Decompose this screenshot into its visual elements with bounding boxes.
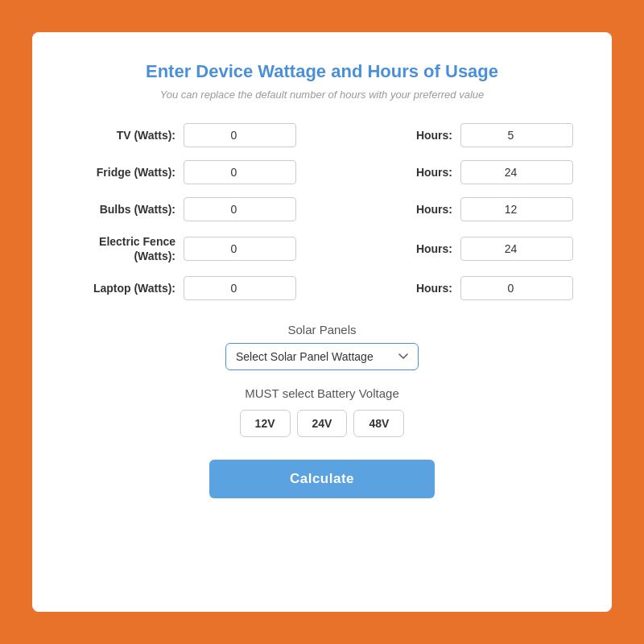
laptop-label: Laptop (Watts): [71, 282, 175, 295]
laptop-row: Laptop (Watts): Hours: [71, 276, 573, 300]
fridge-label: Fridge (Watts): [71, 166, 175, 179]
solar-panel-label: Solar Panels [287, 323, 356, 336]
bulbs-label: Bulbs (Watts): [71, 203, 175, 216]
device-form: TV (Watts): Hours: Fridge (Watts): Hours… [71, 123, 573, 300]
bulbs-left-group: Bulbs (Watts): [71, 197, 322, 221]
solar-panel-select[interactable]: Select Solar Panel Wattage 100W 200W 300… [225, 343, 419, 370]
tv-watt-input[interactable] [184, 123, 296, 147]
laptop-watt-input[interactable] [184, 276, 296, 300]
battery-section: MUST select Battery Voltage 12V 24V 48V [71, 386, 573, 437]
fridge-hours-input[interactable] [460, 160, 573, 184]
bulbs-hours-input[interactable] [460, 197, 573, 221]
tv-left-group: TV (Watts): [71, 123, 322, 147]
calculate-button[interactable]: Calculate [209, 460, 435, 498]
fridge-right-group: Hours: [322, 160, 573, 184]
laptop-left-group: Laptop (Watts): [71, 276, 322, 300]
electric-fence-label: Electric Fence(Watts): [71, 234, 175, 263]
tv-hours-label: Hours: [412, 129, 452, 142]
fridge-left-group: Fridge (Watts): [71, 160, 322, 184]
electric-fence-hours-label: Hours: [412, 242, 452, 255]
fridge-hours-label: Hours: [412, 166, 452, 179]
laptop-hours-input[interactable] [460, 276, 573, 300]
tv-right-group: Hours: [322, 123, 573, 147]
bulbs-right-group: Hours: [322, 197, 573, 221]
page-title: Enter Device Wattage and Hours of Usage [146, 61, 498, 82]
battery-section-label: MUST select Battery Voltage [245, 386, 398, 400]
bulbs-watt-input[interactable] [184, 197, 296, 221]
tv-label: TV (Watts): [71, 129, 175, 142]
electric-fence-left-group: Electric Fence(Watts): [71, 234, 322, 263]
tv-row: TV (Watts): Hours: [71, 123, 573, 147]
page-subtitle: You can replace the default number of ho… [160, 89, 485, 101]
fridge-row: Fridge (Watts): Hours: [71, 160, 573, 184]
laptop-hours-label: Hours: [412, 282, 452, 295]
bulbs-hours-label: Hours: [412, 203, 452, 216]
battery-12v-button[interactable]: 12V [240, 410, 291, 437]
battery-buttons-group: 12V 24V 48V [240, 410, 405, 437]
laptop-right-group: Hours: [322, 276, 573, 300]
battery-48v-button[interactable]: 48V [353, 410, 404, 437]
bulbs-row: Bulbs (Watts): Hours: [71, 197, 573, 221]
electric-fence-row: Electric Fence(Watts): Hours: [71, 234, 573, 263]
electric-fence-watt-input[interactable] [184, 237, 296, 261]
electric-fence-right-group: Hours: [322, 237, 573, 261]
tv-hours-input[interactable] [460, 123, 573, 147]
battery-24v-button[interactable]: 24V [297, 410, 348, 437]
solar-panel-section: Solar Panels Select Solar Panel Wattage … [71, 323, 573, 370]
main-card: Enter Device Wattage and Hours of Usage … [32, 32, 612, 612]
fridge-watt-input[interactable] [184, 160, 296, 184]
electric-fence-hours-input[interactable] [460, 237, 573, 261]
